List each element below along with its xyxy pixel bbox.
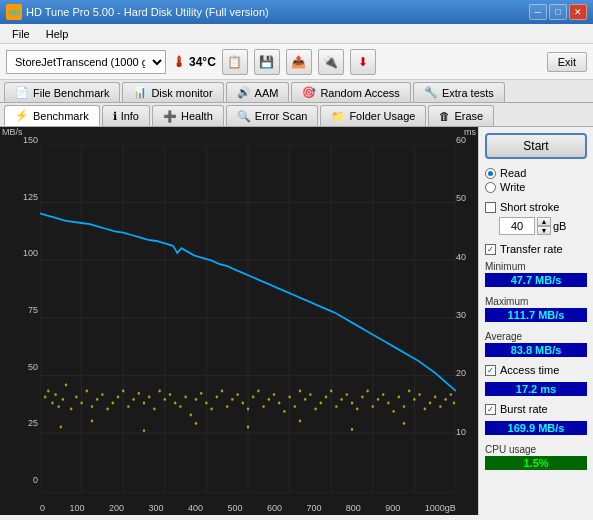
svg-point-78 bbox=[346, 393, 348, 396]
tabs-row1: 📄 File Benchmark 📊 Disk monitor 🔊 AAM 🎯 … bbox=[0, 80, 593, 103]
svg-point-105 bbox=[299, 420, 301, 423]
svg-point-18 bbox=[44, 396, 46, 399]
svg-point-60 bbox=[252, 396, 254, 399]
maximize-button[interactable]: □ bbox=[549, 4, 567, 20]
svg-point-58 bbox=[242, 402, 244, 405]
checkbox-short-stroke[interactable]: Short stroke bbox=[485, 201, 587, 213]
svg-point-92 bbox=[418, 393, 420, 396]
svg-point-36 bbox=[127, 405, 129, 408]
random-access-icon: 🎯 bbox=[302, 86, 316, 99]
svg-point-98 bbox=[450, 393, 452, 396]
toolbar-btn-3[interactable]: 📤 bbox=[286, 49, 312, 75]
stat-cpu-usage: CPU usage 1.5% bbox=[485, 444, 587, 473]
svg-point-72 bbox=[314, 408, 316, 411]
svg-point-52 bbox=[210, 408, 212, 411]
svg-point-70 bbox=[304, 398, 306, 401]
tab-extra-tests[interactable]: 🔧 Extra tests bbox=[413, 82, 505, 102]
svg-point-83 bbox=[372, 405, 374, 408]
svg-point-97 bbox=[444, 398, 446, 401]
svg-point-94 bbox=[429, 402, 431, 405]
info-icon: ℹ bbox=[113, 110, 117, 123]
svg-point-68 bbox=[294, 405, 296, 408]
svg-point-63 bbox=[268, 398, 270, 401]
svg-point-61 bbox=[257, 390, 259, 393]
svg-point-24 bbox=[65, 384, 67, 387]
svg-point-34 bbox=[117, 396, 119, 399]
thermometer-icon: 🌡 bbox=[172, 54, 186, 70]
start-button[interactable]: Start bbox=[485, 133, 587, 159]
tab-aam[interactable]: 🔊 AAM bbox=[226, 82, 290, 102]
maximum-label: Maximum bbox=[485, 296, 587, 307]
svg-point-40 bbox=[148, 396, 150, 399]
folder-usage-icon: 📁 bbox=[331, 110, 345, 123]
close-button[interactable]: ✕ bbox=[569, 4, 587, 20]
svg-point-41 bbox=[153, 408, 155, 411]
tab-file-benchmark[interactable]: 📄 File Benchmark bbox=[4, 82, 120, 102]
x-axis: 0 100 200 300 400 500 600 700 800 900 10… bbox=[40, 503, 456, 513]
drive-select[interactable]: StoreJetTranscend (1000 gB) bbox=[6, 50, 166, 74]
svg-point-65 bbox=[278, 402, 280, 405]
svg-point-33 bbox=[112, 402, 114, 405]
main-content: MB/s ms 150 125 100 75 50 25 0 60 50 40 … bbox=[0, 127, 593, 515]
svg-point-74 bbox=[325, 396, 327, 399]
svg-point-91 bbox=[413, 398, 415, 401]
exit-button[interactable]: Exit bbox=[547, 52, 587, 72]
checkbox-access-time[interactable]: ✓ Access time bbox=[485, 364, 587, 376]
svg-point-35 bbox=[122, 390, 124, 393]
svg-point-59 bbox=[247, 408, 249, 411]
svg-point-95 bbox=[434, 396, 436, 399]
spinbox-input[interactable] bbox=[499, 217, 535, 235]
svg-point-46 bbox=[179, 405, 181, 408]
svg-point-20 bbox=[51, 402, 53, 405]
svg-point-54 bbox=[221, 390, 223, 393]
minimize-button[interactable]: ─ bbox=[529, 4, 547, 20]
tab-error-scan[interactable]: 🔍 Error Scan bbox=[226, 105, 319, 126]
short-stroke-checkbox bbox=[485, 202, 496, 213]
toolbar-btn-4[interactable]: 🔌 bbox=[318, 49, 344, 75]
tab-folder-usage[interactable]: 📁 Folder Usage bbox=[320, 105, 426, 126]
tab-health[interactable]: ➕ Health bbox=[152, 105, 224, 126]
app-icon: HD bbox=[6, 4, 22, 20]
tab-info[interactable]: ℹ Info bbox=[102, 105, 150, 126]
tab-random-access[interactable]: 🎯 Random Access bbox=[291, 82, 410, 102]
toolbar-btn-1[interactable]: 📋 bbox=[222, 49, 248, 75]
checkbox-burst-rate[interactable]: ✓ Burst rate bbox=[485, 403, 587, 415]
svg-point-75 bbox=[330, 390, 332, 393]
tab-disk-monitor[interactable]: 📊 Disk monitor bbox=[122, 82, 223, 102]
svg-point-49 bbox=[195, 398, 197, 401]
tab-benchmark[interactable]: ⚡ Benchmark bbox=[4, 105, 100, 126]
average-value: 83.8 MB/s bbox=[485, 343, 587, 357]
stat-maximum: Maximum 111.7 MB/s bbox=[485, 296, 587, 325]
svg-point-37 bbox=[132, 398, 134, 401]
svg-point-64 bbox=[273, 393, 275, 396]
radio-write[interactable]: Write bbox=[485, 181, 587, 193]
svg-point-45 bbox=[174, 402, 176, 405]
svg-point-88 bbox=[398, 396, 400, 399]
radio-read[interactable]: Read bbox=[485, 167, 587, 179]
right-panel: Start Read Write Short stroke ▲ ▼ gB bbox=[478, 127, 593, 515]
burst-rate-value: 169.9 MB/s bbox=[485, 421, 587, 435]
toolbar-btn-5[interactable]: ⬇ bbox=[350, 49, 376, 75]
extra-tests-icon: 🔧 bbox=[424, 86, 438, 99]
stat-access-time: 17.2 ms bbox=[485, 382, 587, 399]
spinbox-down-button[interactable]: ▼ bbox=[537, 226, 551, 235]
cpu-usage-value: 1.5% bbox=[485, 456, 587, 470]
svg-point-51 bbox=[205, 402, 207, 405]
window-controls: ─ □ ✕ bbox=[529, 4, 587, 20]
spinbox-up-button[interactable]: ▲ bbox=[537, 217, 551, 226]
svg-point-56 bbox=[231, 398, 233, 401]
checkbox-transfer-rate[interactable]: ✓ Transfer rate bbox=[485, 243, 587, 255]
svg-point-101 bbox=[91, 420, 93, 423]
svg-point-38 bbox=[138, 392, 140, 395]
toolbar-btn-2[interactable]: 💾 bbox=[254, 49, 280, 75]
menu-help[interactable]: Help bbox=[38, 26, 77, 42]
svg-point-107 bbox=[403, 422, 405, 425]
svg-point-22 bbox=[57, 405, 59, 408]
tab-erase[interactable]: 🗑 Erase bbox=[428, 105, 494, 126]
menu-file[interactable]: File bbox=[4, 26, 38, 42]
svg-point-31 bbox=[101, 393, 103, 396]
svg-point-89 bbox=[403, 405, 405, 408]
error-scan-icon: 🔍 bbox=[237, 110, 251, 123]
svg-point-71 bbox=[309, 393, 311, 396]
svg-point-106 bbox=[351, 428, 353, 431]
